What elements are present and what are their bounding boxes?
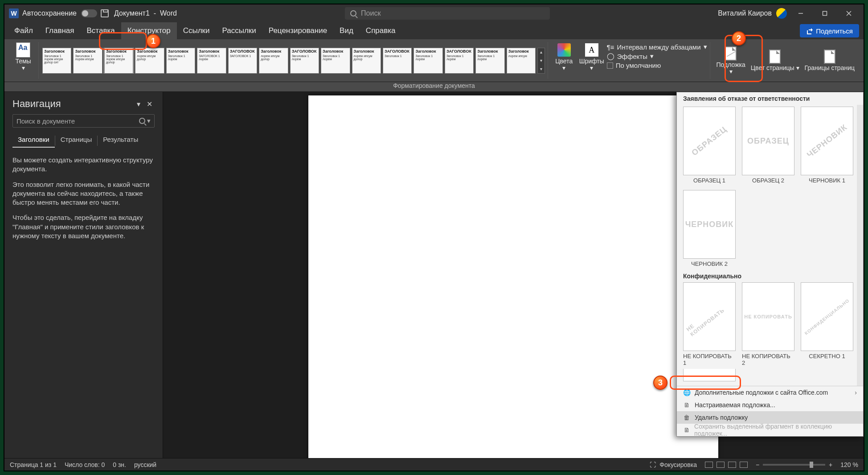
nav-search-icon [139, 118, 145, 124]
badge-1: 1 [146, 34, 160, 48]
wm-save-selection: 🗎Сохранить выделенный фрагмент в коллекц… [677, 424, 863, 436]
badge-2: 2 [732, 31, 746, 45]
nav-tab-results[interactable]: Результаты [98, 134, 143, 148]
watermark-button[interactable]: Подложка▾ [714, 45, 748, 75]
ribbon: Темы▾ ЗаголовокЗаголовок 1 лорем ипсум д… [4, 39, 864, 92]
ribbon-group-label: Форматирование документа [4, 82, 864, 92]
wm-section-disclaimers: Заявления об отказе от ответственности [677, 92, 863, 105]
close-button[interactable] [839, 4, 859, 22]
save-icon[interactable] [101, 9, 109, 17]
wm-more-office[interactable]: 🌐Дополнительные подложки с сайта Office.… [677, 386, 863, 399]
word-icon: W [9, 8, 19, 18]
nav-info: Вы можете создать интерактивную структур… [12, 156, 155, 247]
tab-home[interactable]: Главная [39, 22, 81, 39]
tab-mailings[interactable]: Рассылки [216, 22, 262, 39]
wm-section-confidential: Конфиденциально [683, 270, 853, 282]
nav-title: Навигация [12, 98, 133, 110]
wm-item-chernovik2[interactable]: ЧЕРНОВИКЧЕРНОВИК 2 [683, 190, 736, 267]
paragraph-spacing[interactable]: ¶≡ Интервал между абзацами ▾ [607, 43, 707, 51]
set-default[interactable]: По умолчанию [607, 62, 707, 69]
fonts-button[interactable]: AШрифты▾ [577, 42, 607, 72]
wm-item-cut[interactable] [683, 369, 736, 381]
search-icon [350, 10, 356, 17]
zoom-controls[interactable]: − + [756, 461, 832, 468]
tab-help[interactable]: Справка [360, 22, 402, 39]
maximize-button[interactable] [815, 4, 835, 22]
share-button[interactable]: Поделиться [800, 24, 859, 37]
page-borders-button[interactable]: Границы страниц [802, 49, 857, 72]
tab-insert[interactable]: Вставка [81, 22, 121, 39]
user-account[interactable]: Виталий Каиров [718, 8, 787, 19]
status-bar: Страница 1 из 1 Число слов: 0 0 зн. русс… [4, 458, 864, 471]
zoom-value[interactable]: 120 % [840, 461, 858, 468]
titlebar: W Автосохранение Документ1 - Word Поиск … [4, 4, 864, 22]
document-title: Документ1 - Word [114, 9, 177, 17]
watermark-dropdown: Заявления об отказе от ответственности О… [676, 92, 864, 437]
style-gallery[interactable]: ЗаголовокЗаголовок 1 лорем ипсум долор с… [42, 48, 545, 74]
tab-view[interactable]: Вид [333, 22, 360, 39]
page[interactable] [308, 95, 718, 458]
view-buttons[interactable] [705, 462, 748, 468]
tab-references[interactable]: Ссылки [177, 22, 216, 39]
nav-tab-headings[interactable]: Заголовки [12, 134, 55, 148]
status-page[interactable]: Страница 1 из 1 [10, 461, 57, 468]
wm-item-obrazec2[interactable]: ОБРАЗЕЦОБРАЗЕЦ 2 [742, 107, 794, 184]
wm-item-nocopy1[interactable]: НЕ КОПИРОВАТЬНЕ КОПИРОВАТЬ 1 [683, 282, 736, 366]
wm-item-obrazec1[interactable]: ОБРАЗЕЦОБРАЗЕЦ 1 [683, 107, 736, 184]
wm-item-nocopy2[interactable]: НЕ КОПИРОВАТЬНЕ КОПИРОВАТЬ 2 [742, 282, 794, 366]
tab-file[interactable]: Файл [8, 22, 39, 39]
body: Навигация ▾ ✕ Поиск в документе ▾ Заголо… [4, 92, 864, 458]
wm-item-secret1[interactable]: КОНФИДЕНЦИАЛЬНОСЕКРЕТНО 1 [801, 282, 853, 366]
navigation-pane: Навигация ▾ ✕ Поиск в документе ▾ Заголо… [4, 92, 163, 458]
nav-close[interactable]: ✕ [144, 100, 155, 108]
wm-custom[interactable]: 🗎Настраиваемая подложка... [677, 399, 863, 411]
svg-rect-1 [823, 12, 827, 16]
colors-button[interactable]: Цвета▾ [552, 42, 577, 72]
themes-button[interactable]: Темы▾ [11, 42, 36, 72]
status-words[interactable]: Число слов: 0 [65, 461, 105, 468]
gallery-more[interactable]: ▴▾▾ [537, 48, 545, 74]
wm-remove[interactable]: 🗑Удалить подложку [677, 411, 863, 424]
badge-3: 3 [653, 376, 667, 390]
search-placeholder: Поиск [361, 9, 381, 17]
nav-dropdown[interactable]: ▾ [133, 100, 144, 108]
nav-search[interactable]: Поиск в документе ▾ [12, 114, 155, 128]
page-color-button[interactable]: Цвет страницы ▾ [748, 49, 802, 72]
nav-tab-pages[interactable]: Страницы [55, 134, 97, 148]
status-errors[interactable]: 0 зн. [113, 461, 126, 468]
effects[interactable]: ◯ Эффекты ▾ [607, 52, 707, 60]
wm-item-chernovik1[interactable]: ЧЕРНОВИКЧЕРНОВИК 1 [801, 107, 853, 184]
app-window: W Автосохранение Документ1 - Word Поиск … [4, 4, 864, 471]
focus-mode[interactable]: ⛶ Фокусировка [650, 461, 697, 468]
avatar [776, 8, 787, 19]
autosave-label: Автосохранение [22, 9, 77, 17]
tab-review[interactable]: Рецензирование [262, 22, 333, 39]
minimize-button[interactable] [790, 4, 811, 22]
search-box[interactable]: Поиск [345, 7, 550, 20]
status-lang[interactable]: русский [134, 461, 156, 468]
nav-tabs: Заголовки Страницы Результаты [12, 134, 155, 148]
autosave-toggle[interactable] [81, 9, 97, 17]
